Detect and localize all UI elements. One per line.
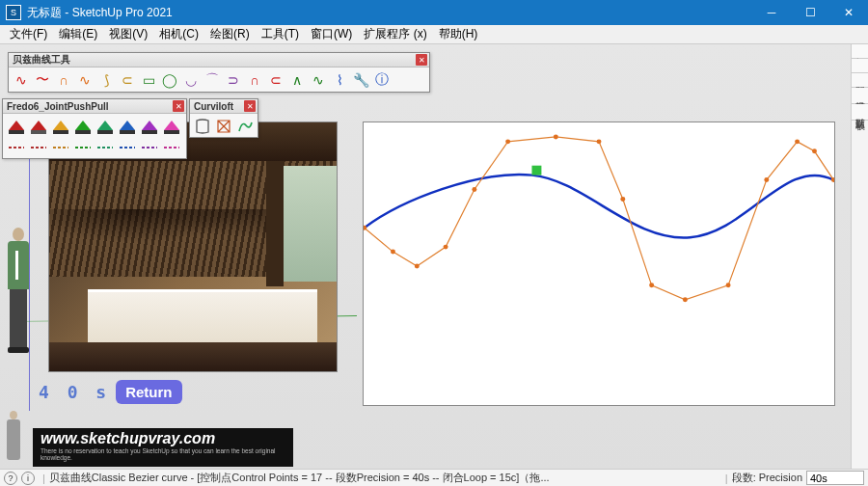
tray-tab-default[interactable]: 默认面板 [852, 104, 868, 121]
svg-marker-24 [97, 121, 113, 130]
bezier-tool-6[interactable]: ⊂ [117, 69, 138, 91]
jpp-dash-6[interactable] [116, 137, 138, 158]
scale-figure-small [4, 411, 23, 464]
svg-point-10 [683, 297, 688, 302]
minimize-button[interactable]: ─ [752, 0, 791, 25]
jpp-dash-2[interactable] [27, 137, 49, 158]
status-info-icon[interactable]: i [21, 472, 35, 485]
tray-tab-scenes[interactable]: 场景面板 [852, 88, 868, 104]
svg-marker-28 [142, 121, 157, 130]
toolbar-bezier-close[interactable]: ✕ [416, 54, 427, 66]
bezier-tool-8[interactable]: ◯ [159, 69, 180, 91]
tray-tab-shadows[interactable]: 阴影 [852, 73, 868, 88]
menu-extensions[interactable]: 扩展程序 (x) [358, 24, 432, 44]
tray-tab-style[interactable]: 样式 [852, 44, 868, 59]
bezier-tool-4[interactable]: ∿ [74, 69, 95, 91]
svg-marker-26 [120, 121, 135, 130]
bezier-tool-7[interactable]: ▭ [138, 69, 159, 91]
maximize-button[interactable]: ☐ [791, 0, 829, 25]
menu-draw[interactable]: 绘图(R) [204, 24, 256, 44]
bezier-tool-1[interactable]: ∿ [11, 69, 32, 91]
bezier-tool-3[interactable]: ∩ [53, 69, 74, 91]
bezier-tool-info-icon[interactable]: ⓘ [371, 69, 393, 91]
toolbar-jpp-close[interactable]: ✕ [173, 100, 184, 112]
bezier-tool-16[interactable]: ⌇ [329, 69, 350, 91]
toolbar-curviloft[interactable]: Curviloft ✕ [189, 98, 258, 138]
menu-help[interactable]: 帮助(H) [433, 24, 484, 44]
curviloft-loft-icon[interactable] [192, 116, 213, 137]
app-icon: S [6, 5, 21, 20]
menu-view[interactable]: 视图(V) [103, 24, 153, 44]
menu-edit[interactable]: 编辑(E) [53, 24, 103, 44]
jpp-tool-3[interactable] [49, 116, 71, 137]
bezier-tool-wrench-icon[interactable]: 🔧 [350, 69, 371, 91]
svg-marker-18 [31, 121, 46, 130]
svg-marker-30 [164, 121, 179, 130]
status-message: 贝兹曲线Classic Bezier curve - [控制点Control P… [49, 471, 725, 485]
jpp-dash-3[interactable] [49, 137, 71, 158]
jpp-dash-7[interactable] [138, 137, 160, 158]
close-button[interactable]: ✕ [829, 0, 868, 25]
svg-rect-29 [142, 130, 157, 134]
curve-canvas [364, 122, 834, 405]
menu-tools[interactable]: 工具(T) [256, 24, 305, 44]
bezier-tool-14[interactable]: ∧ [286, 69, 308, 91]
toolbar-jointpushpull[interactable]: Fredo6_JointPushPull ✕ [2, 98, 187, 159]
toolbar-curviloft-close[interactable]: ✕ [244, 100, 256, 112]
menu-file[interactable]: 文件(F) [4, 24, 53, 44]
tray-tab-components[interactable]: 组件 [852, 59, 868, 73]
svg-point-14 [812, 148, 817, 153]
svg-point-12 [764, 177, 769, 182]
menu-camera[interactable]: 相机(C) [153, 24, 204, 44]
jpp-tool-8[interactable] [160, 116, 182, 137]
curviloft-path-icon[interactable] [234, 116, 256, 137]
menu-window[interactable]: 窗口(W) [305, 24, 358, 44]
watermark-banner: www.sketchupvray.com There is no reserva… [33, 428, 293, 467]
jpp-dash-8[interactable] [160, 137, 182, 158]
svg-point-2 [415, 264, 420, 269]
jpp-tool-4[interactable] [71, 116, 94, 137]
drawing-face[interactable] [363, 122, 835, 406]
watermark-sub: There is no reservation to teach you Ske… [41, 447, 285, 461]
status-sep2: | [725, 472, 728, 484]
inference-marker [531, 166, 541, 176]
jpp-dash-1[interactable] [5, 137, 27, 158]
toolbar-jpp-title[interactable]: Fredo6_JointPushPull [3, 99, 186, 114]
svg-point-13 [795, 139, 800, 144]
bezier-tool-5[interactable]: ⟆ [95, 69, 117, 91]
bezier-tool-13[interactable]: ⊂ [265, 69, 286, 91]
jpp-tool-6[interactable] [116, 116, 138, 137]
menu-bar: 文件(F) 编辑(E) 视图(V) 相机(C) 绘图(R) 工具(T) 窗口(W… [0, 25, 868, 44]
jpp-tool-1[interactable] [5, 116, 27, 137]
svg-point-11 [726, 283, 731, 287]
workspace: 样式 组件 阴影 场景面板 默认面板 [0, 44, 868, 469]
toolbar-bezier-title[interactable]: 贝兹曲线工具 [9, 53, 429, 68]
status-vcb-input[interactable] [806, 471, 864, 485]
jpp-dash-4[interactable] [71, 137, 94, 158]
toolbar-bezier[interactable]: 贝兹曲线工具 ✕ ∿ 〜 ∩ ∿ ⟆ ⊂ ▭ ◯ ◡ ⌒ ⊃ ∩ ⊂ ∧ ∿ ⌇… [8, 52, 430, 93]
bezier-tool-12[interactable]: ∩ [244, 69, 265, 91]
watermark-url: www.sketchupvray.com [41, 430, 285, 447]
bezier-tool-11[interactable]: ⊃ [223, 69, 244, 91]
status-sep: | [42, 472, 45, 484]
svg-rect-19 [31, 130, 46, 134]
reference-image[interactable] [48, 122, 338, 372]
bezier-tool-9[interactable]: ◡ [180, 69, 202, 91]
control-polygon [365, 137, 834, 300]
svg-point-1 [391, 250, 395, 255]
jpp-tool-2[interactable] [27, 116, 49, 137]
overlay-value: 4 0 s [39, 382, 110, 402]
svg-rect-21 [53, 130, 68, 134]
svg-rect-27 [120, 130, 135, 134]
svg-point-5 [505, 139, 510, 144]
jpp-tool-7[interactable] [138, 116, 160, 137]
jpp-tool-5[interactable] [94, 116, 116, 137]
svg-rect-25 [97, 130, 113, 134]
curviloft-skin-icon[interactable] [213, 116, 234, 137]
bezier-tool-10[interactable]: ⌒ [202, 69, 223, 91]
bezier-tool-15[interactable]: ∿ [308, 69, 329, 91]
bezier-tool-2[interactable]: 〜 [32, 69, 53, 91]
jpp-dash-5[interactable] [94, 137, 116, 158]
status-vcb-label: 段数: Precision [732, 471, 802, 485]
status-help-icon[interactable]: ? [4, 472, 17, 485]
